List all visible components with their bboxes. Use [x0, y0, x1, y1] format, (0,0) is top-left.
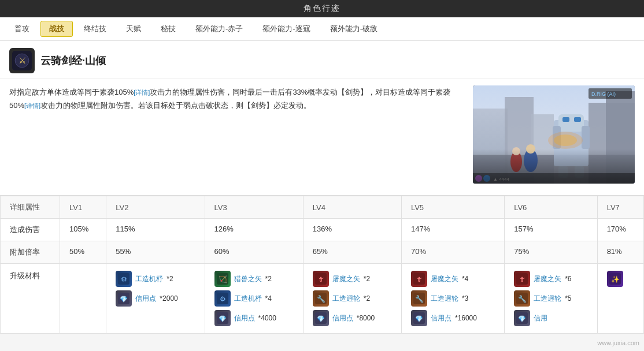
cell-damage-lv1: 105%	[60, 219, 106, 241]
upgrade-item: 🔧 工造迥轮 *3	[411, 290, 495, 307]
mat-link-credit-lv2[interactable]: 信用点	[135, 294, 156, 304]
skill-description: 对指定敌方单体造成等同于素袭105%[详情]攻击力的物理属性伤害，同时最后一击后…	[9, 85, 464, 184]
upgrade-item: ⚙ 工造机杼 *2	[116, 271, 195, 287]
mat-icon-credit3: 💎	[313, 310, 329, 326]
upgrade-item: ⚙ 工造机杼 *4	[214, 290, 294, 307]
col-header-lv1: LV1	[60, 196, 106, 219]
cell-bonus-lv4: 65%	[303, 241, 401, 264]
upgrade-cell-lv6: 🗡 屠魔之矢 *6 🔧 工造迥轮 *5	[514, 271, 587, 326]
svg-text:💎: 💎	[219, 315, 227, 323]
mat-icon-arrow1: 🏹	[214, 271, 231, 287]
svg-text:⚙: ⚙	[121, 275, 127, 283]
upgrade-lv2: ⚙ 工造机杼 *2 💎 信用点 *2000	[106, 264, 205, 334]
mat-link-credit-lv5[interactable]: 信用点	[431, 313, 451, 323]
svg-text:🔧: 🔧	[518, 294, 527, 303]
cell-damage-lv2: 115%	[106, 219, 205, 241]
cell-bonus-lv2: 55%	[106, 241, 205, 264]
row-label-damage: 造成伤害	[1, 219, 60, 241]
cell-bonus-lv7: 81%	[597, 241, 643, 264]
upgrade-item: 💎 信用点 *8000	[313, 310, 392, 326]
cell-damage-lv6: 157%	[505, 219, 597, 241]
svg-text:💎: 💎	[120, 295, 128, 303]
upgrade-item: 🏹 猎兽之矢 *2	[214, 271, 294, 287]
tab-extra3[interactable]: 额外能力-破敌	[321, 21, 386, 37]
skill-icon: ⚔	[9, 48, 35, 73]
cell-bonus-lv1: 50%	[60, 241, 106, 264]
upgrade-item: 💎 信用点 *4000	[214, 310, 294, 326]
mat-icon-gear: ⚙	[116, 271, 132, 287]
tab-extra2[interactable]: 额外能力-逐寇	[254, 21, 319, 37]
svg-text:💎: 💎	[518, 315, 526, 323]
detail-link-1[interactable]: [详情]	[134, 89, 150, 96]
mat-link-arrow1[interactable]: 猎兽之矢	[234, 274, 262, 284]
mat-icon-credit2: 💎	[214, 310, 231, 326]
cell-damage-lv4: 136%	[303, 219, 401, 241]
tab-normal[interactable]: 普攻	[6, 21, 38, 37]
content-area: ⚔ 云骑剑经·山倾 对指定敌方单体造成等同于素袭105%[详情]攻击力的物理属性…	[0, 41, 644, 334]
upgrade-item: 🗡 屠魔之矢 *4	[411, 271, 495, 287]
svg-text:💎: 💎	[317, 315, 325, 323]
mat-icon-wheel2: 🔧	[411, 290, 427, 307]
col-header-lv6: LV6	[505, 196, 597, 219]
upgrade-item: 💎 信用	[514, 310, 587, 326]
page-title: 角色行迹	[304, 3, 340, 13]
top-bar: 角色行迹	[0, 0, 644, 17]
upgrade-item: 🔧 工造迥轮 *5	[514, 290, 587, 307]
upgrade-cell-lv4: 🗡 屠魔之矢 *2 🔧 工造迥轮 *2	[313, 271, 392, 326]
upgrade-item: 💎 信用点 *16000	[411, 310, 495, 326]
mat-icon-purple: ✨	[607, 271, 623, 287]
watermark: www.juxia.com	[597, 339, 639, 346]
skill-body: 对指定敌方单体造成等同于素袭105%[详情]攻击力的物理属性伤害，同时最后一击后…	[0, 79, 644, 191]
tab-bar: 普攻 战技 终结技 天赋 秘技 额外能力-赤子 额外能力-逐寇 额外能力-破敌	[0, 17, 644, 41]
col-header-lv4: LV4	[303, 196, 401, 219]
table-row: 附加倍率 50% 55% 60% 65% 70% 75% 81%	[1, 241, 644, 264]
svg-text:🔧: 🔧	[316, 294, 325, 303]
mat-icon-credit: 💎	[116, 290, 132, 307]
svg-text:🗡: 🗡	[317, 275, 324, 283]
svg-text:✨: ✨	[610, 275, 619, 283]
tab-skill[interactable]: 战技	[40, 21, 73, 37]
mat-link-credit-lv4[interactable]: 信用点	[332, 313, 353, 323]
cell-damage-lv3: 126%	[205, 219, 303, 241]
upgrade-item: 🔧 工造迥轮 *2	[313, 290, 392, 307]
svg-text:🏹: 🏹	[218, 275, 227, 283]
stats-table: 详细属性 LV1 LV2 LV3 LV4 LV5 LV6 LV7 造成伤害 10…	[0, 195, 644, 334]
mat-link-arrow4[interactable]: 屠魔之矢	[534, 274, 561, 284]
upgrade-cell-lv5: 🗡 屠魔之矢 *4 🔧 工造迥轮 *3	[411, 271, 495, 326]
upgrade-item: 🗡 屠魔之矢 *2	[313, 271, 392, 287]
mat-link-jizhu2[interactable]: 工造机杼	[234, 294, 262, 304]
mat-link-arrow3[interactable]: 屠魔之矢	[431, 274, 458, 284]
svg-text:🗡: 🗡	[519, 275, 525, 283]
tab-extra1[interactable]: 额外能力-赤子	[187, 21, 251, 37]
svg-rect-13	[574, 117, 581, 122]
tab-technique[interactable]: 秘技	[152, 21, 184, 37]
col-header-lv2: LV2	[106, 196, 205, 219]
upgrade-cell-lv3: 🏹 猎兽之矢 *2 ⚙ 工造机杼 *4	[214, 271, 294, 326]
mat-icon-credit5: 💎	[514, 310, 530, 326]
mat-link-arrow2[interactable]: 屠魔之矢	[332, 274, 360, 284]
row-label-bonus: 附加倍率	[1, 241, 60, 264]
mat-link-wheel3[interactable]: 工造迥轮	[534, 294, 561, 304]
mat-icon-credit4: 💎	[411, 310, 427, 326]
mat-link-jizhu[interactable]: 工造机杼	[135, 274, 163, 284]
svg-point-23	[554, 135, 577, 146]
cell-bonus-lv6: 75%	[505, 241, 597, 264]
mat-link-credit-lv6[interactable]: 信用	[534, 313, 547, 323]
cell-bonus-lv5: 70%	[401, 241, 504, 264]
upgrade-row: 升级材料 ⚙ 工造机杼 *2	[1, 264, 644, 334]
upgrade-lv5: 🗡 屠魔之矢 *4 🔧 工造迥轮 *3	[401, 264, 504, 334]
mat-link-wheel2[interactable]: 工造迥轮	[431, 294, 458, 304]
svg-rect-11	[558, 114, 584, 132]
svg-rect-15	[582, 126, 590, 149]
mat-link-credit-lv3[interactable]: 信用点	[234, 313, 255, 323]
skill-header: ⚔ 云骑剑经·山倾	[0, 41, 644, 79]
mat-icon-arrow2: 🗡	[313, 271, 329, 287]
detail-link-2[interactable]: [详情]	[24, 102, 40, 109]
skill-name: 云骑剑经·山倾	[40, 54, 106, 68]
upgrade-label: 升级材料	[1, 264, 60, 334]
mat-link-wheel1[interactable]: 工造迥轮	[332, 294, 360, 304]
tab-talent[interactable]: 天赋	[117, 21, 150, 37]
mat-icon-gear2: ⚙	[214, 290, 231, 307]
tab-ultimate[interactable]: 终结技	[75, 21, 115, 37]
mat-icon-arrow3: 🗡	[411, 271, 427, 287]
